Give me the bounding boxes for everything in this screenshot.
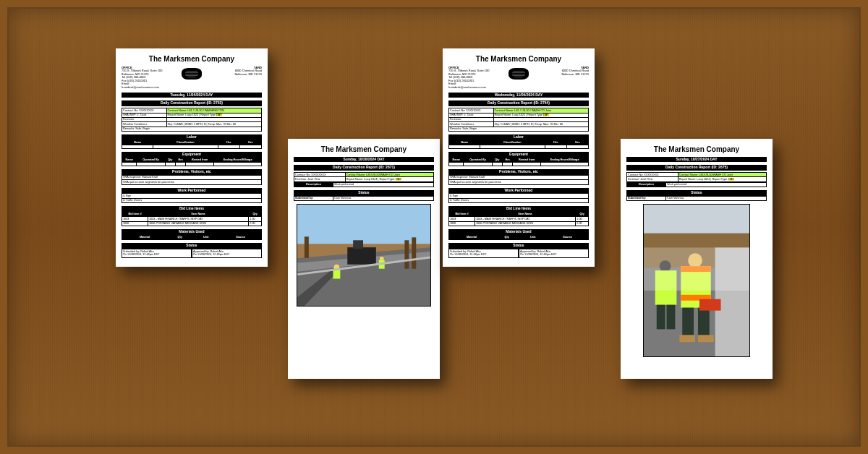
mat-bar: Materials Used xyxy=(448,229,589,235)
company-title: The Marksmen Company xyxy=(626,145,767,154)
svg-rect-23 xyxy=(682,308,694,337)
status-sub-ts: On 11/08/2024, 12:43pm EST xyxy=(123,253,159,256)
status-grid: Submitted by: Rafael AkaOn 11/08/2024, 1… xyxy=(448,249,589,258)
problems-bar: Problems, Visitors, etc xyxy=(122,169,262,175)
report-type: DAY xyxy=(216,113,222,116)
report-type-lbl: Report Type: xyxy=(712,178,728,181)
work-line: & Traffic Drums xyxy=(449,198,589,202)
status-app-ts: On 11/08/2024, 12:43pm EST xyxy=(520,253,556,256)
problems-bar: Problems, Visitors, etc xyxy=(448,169,589,175)
office-email: Email: frontdesk@marksmenco.com xyxy=(448,82,486,89)
th: Source xyxy=(220,235,262,239)
status-bar: Status xyxy=(294,190,434,196)
company-logo xyxy=(509,68,529,80)
bid-bar: Bid Line Items xyxy=(122,206,262,212)
sub-lbl: Submitted by: xyxy=(628,197,646,200)
contract-table: Contract No: XXXXXXXXContract Name: I-81… xyxy=(122,108,262,132)
mat-table: MaterialQtyUnitSource xyxy=(448,235,589,240)
equip-bar: Equipment xyxy=(122,152,262,158)
th: Qty xyxy=(168,235,192,239)
report-id-bar: Daily Construction Report (ID: 2754) xyxy=(448,100,589,106)
svg-rect-26 xyxy=(698,335,714,342)
report-type-lbl: Report Type xyxy=(200,113,216,116)
sub-val: Cain Vanessa xyxy=(333,196,434,200)
desc-table: DescriptionWork performed xyxy=(294,182,434,187)
company-title: The Marksmen Company xyxy=(448,55,589,64)
report-id-bar: Daily Construction Report (ID: 2753) xyxy=(122,100,262,106)
report-type: DAY xyxy=(728,178,734,181)
td: 2.00 xyxy=(249,221,262,226)
td: 1006 PORTABLE VARIABLE MESSAGE SIGN xyxy=(148,221,248,226)
report-type-lbl: Report Type: xyxy=(379,178,395,181)
svg-rect-8 xyxy=(347,247,376,265)
company-title: The Marksmen Company xyxy=(122,55,262,64)
td: 2.00 xyxy=(576,221,589,226)
labor-table: NameClassificationHrsHrs xyxy=(122,140,262,149)
contract-table: Contract No: XXXXXXXXContract Name: I-81… xyxy=(626,172,767,182)
date-bar: Tuesday, 11/05/2024 DAY xyxy=(122,93,262,98)
report-type: DAY xyxy=(543,113,549,116)
svg-rect-7 xyxy=(305,237,309,259)
date-bar: Sunday, 10/27/2024 DAY xyxy=(626,157,767,163)
status-bar: Status xyxy=(122,243,262,249)
svg-rect-6 xyxy=(412,238,416,269)
th: Material xyxy=(449,235,495,239)
status-bar: Status xyxy=(626,190,767,196)
bridge-paving-photo xyxy=(297,205,430,306)
report-name: Report Name: Loop 1024 xyxy=(679,178,710,181)
letterhead: OFFICE 735 S. Oldwick Road, Suite 100 Ba… xyxy=(448,67,589,90)
foreman: Foreman: José Ortiz xyxy=(627,177,678,181)
problems-table: SHA Inspector: Edward Kraft SHA quit to … xyxy=(122,175,262,185)
svg-rect-5 xyxy=(404,240,409,268)
report-type-lbl: Report Type xyxy=(527,113,542,116)
work-table: & Sign & Traffic Drums xyxy=(122,193,262,203)
office-email: Email: frontdesk@marksmenco.com xyxy=(122,82,159,89)
temp: Temp: Max: 70 Min: 60 xyxy=(208,123,236,126)
sub-lbl: Submitted by: xyxy=(295,197,313,200)
desc: Work performed xyxy=(666,182,767,187)
report-photo xyxy=(297,204,431,307)
sky: Sky: CLEAR xyxy=(495,123,510,126)
status-table: Submitted by:Cain Vanessa xyxy=(626,196,767,201)
th: Qty xyxy=(495,235,519,239)
sky: Sky: CLEAR xyxy=(168,123,183,126)
temp: Temp: Max: 70 Min: 60 xyxy=(535,123,563,126)
equip-bar: Equipment xyxy=(448,152,589,158)
problems-line: SHA quit to cover segments for past item… xyxy=(122,180,262,184)
wind: WIND: 5 MPH, N xyxy=(512,123,533,126)
letterhead: OFFICE 735 S. Oldwick Road, Suite 100 Ba… xyxy=(122,67,262,90)
date-bar: Sunday, 10/20/2024 DAY xyxy=(294,157,434,163)
report-sheet-2: The Marksmen Company Sunday, 10/20/2024 … xyxy=(288,139,440,379)
desc-table: DescriptionWork performed xyxy=(626,182,767,187)
remarks: Remarks: Safe, Begin xyxy=(122,127,262,131)
report-name: Report Name: Loop 1025 xyxy=(495,113,526,116)
labor-bar: Labor xyxy=(448,134,589,140)
yard-addr2: Baltimore, MD 21229 xyxy=(561,72,589,76)
report-id-bar: Daily Construction Report (ID: 2675) xyxy=(626,165,767,171)
svg-rect-25 xyxy=(679,335,695,342)
work-bar: Work Performed xyxy=(448,188,589,194)
report-name: Report Name: Loop 1025 xyxy=(168,113,199,116)
td: 1006 PORTABLE VARIABLE MESSAGE SIGN xyxy=(475,221,575,226)
report-sheet-3: The Marksmen Company OFFICE 735 S. Oldwi… xyxy=(443,48,595,267)
status-sub-ts: On 11/08/2024, 12:43pm EST xyxy=(450,253,486,256)
contract-table: Contract No: XXXXXXXXContract Name: I-81… xyxy=(294,172,434,182)
yard-addr2: Baltimore, MD 21229 xyxy=(234,72,262,76)
sub-val: Cain Vanessa xyxy=(666,196,767,200)
foreman: Foreman: José Ortiz xyxy=(294,177,346,181)
bid-table: Bid Item #Item NameQty 10031003 - MAINTE… xyxy=(448,212,589,226)
svg-rect-9 xyxy=(353,240,363,249)
work-bar: Work Performed xyxy=(122,188,262,194)
svg-rect-24 xyxy=(698,308,710,337)
contract-table: Contract No: XXXXXXXXContract Name: I-81… xyxy=(448,108,589,132)
th: Unit xyxy=(519,235,547,239)
svg-rect-31 xyxy=(667,305,676,330)
th: Material xyxy=(122,235,168,239)
desc-lbl: Description xyxy=(627,182,666,187)
problems-table: SHA Inspector: Edward Kraft SHA quit to … xyxy=(448,175,589,185)
work-table: & Sign & Traffic Drums xyxy=(448,193,589,203)
bid-bar: Bid Line Items xyxy=(448,206,589,212)
td: 1006 xyxy=(449,221,475,226)
report-sheet-1: The Marksmen Company OFFICE 735 S. Oldwi… xyxy=(116,48,268,267)
desc: Work performed xyxy=(333,182,434,187)
